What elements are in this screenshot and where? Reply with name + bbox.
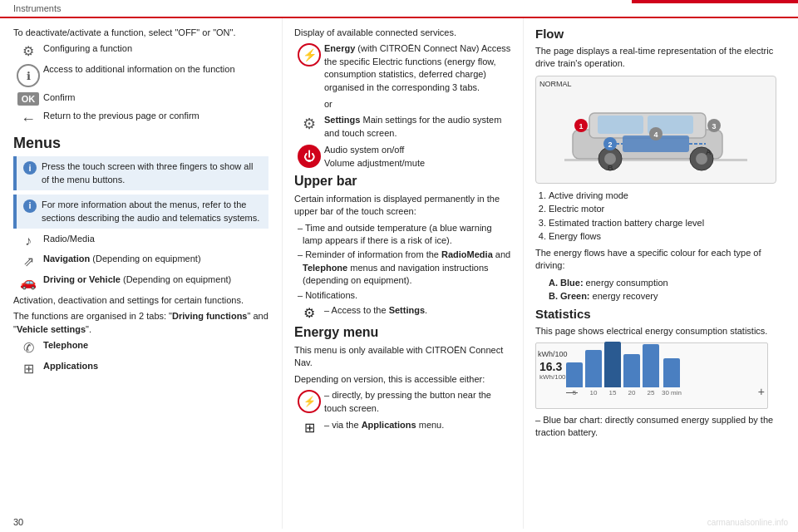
chart-bar-3: 20 xyxy=(623,354,640,397)
middle-column: Display of available connected services.… xyxy=(283,18,524,529)
list-item-3: Estimated traction battery charge level xyxy=(549,216,786,230)
info-icon: ℹ xyxy=(13,64,43,87)
flow-text: The page displays a real-time representa… xyxy=(535,45,786,71)
gear-label: Configuring a function xyxy=(43,42,132,55)
car-icon: 🚗 xyxy=(13,274,43,290)
audio-text: Audio system on/offVolume adjustment/mut… xyxy=(324,144,425,170)
telephone-label: Telephone xyxy=(43,339,88,352)
energy-menu-text2: Depending on version, this is accessible… xyxy=(294,373,511,386)
svg-text:2: 2 xyxy=(608,140,612,149)
icon-row-ok: OK Confirm xyxy=(13,91,268,106)
svg-rect-3 xyxy=(598,116,643,134)
normal-label: NORMAL xyxy=(539,80,572,88)
info-box-text-2: For more information about the menus, re… xyxy=(42,199,262,224)
music-icon: ♪ xyxy=(13,234,43,249)
energy-menu-text1: This menu is only available with CITROËN… xyxy=(294,344,511,370)
svg-point-6 xyxy=(604,153,616,165)
svg-text:4: 4 xyxy=(653,131,658,139)
right-column: Flow The page displays a real-time repre… xyxy=(524,18,798,529)
icon-row-gear: ⚙ Configuring a function xyxy=(13,42,268,59)
or-text: or xyxy=(324,98,511,111)
svg-text:A: A xyxy=(706,148,712,156)
header-title: Instruments xyxy=(13,3,61,13)
chart-minus: — xyxy=(566,385,578,398)
directly-icon: ⚡ xyxy=(294,390,324,413)
chart-value: 16.3 xyxy=(539,360,562,373)
settings-icon: ⚙ xyxy=(294,115,324,133)
menu-item-telephone: ✆ Telephone xyxy=(13,339,268,356)
bar-rect-3 xyxy=(623,354,640,387)
svg-text:3: 3 xyxy=(712,122,716,131)
chart-unit: kWh/100 xyxy=(539,373,566,381)
grid-icon: ⊞ xyxy=(13,361,43,377)
icon-row-back: ← Return to the previous page or confirm xyxy=(13,110,268,128)
upper-bar-section-title: Upper bar xyxy=(294,174,511,189)
audio-row: ⏻ Audio system on/offVolume adjustment/m… xyxy=(294,144,511,170)
info-box-icon-1: i xyxy=(23,161,37,175)
directly-text: – directly, by pressing the button near … xyxy=(324,389,511,415)
menu-item-applications: ⊞ Applications xyxy=(13,360,268,377)
tabs-text: The functions are organised in 2 tabs: "… xyxy=(13,310,268,336)
display-text: Display of available connected services. xyxy=(294,27,511,39)
info-box-1: i Press the touch screen with three fing… xyxy=(13,156,268,190)
energy-chart: kWh/100 16.3 kWh/100 — 5 10 15 20 xyxy=(535,342,768,409)
bar-rect-2 xyxy=(604,342,621,387)
car-svg: 1 2 3 4 A B xyxy=(548,84,764,175)
driving-label: Driving or Vehicle (Depending on equipme… xyxy=(43,273,231,286)
bar-rect-4 xyxy=(643,344,659,387)
list-item-b: B. Green: energy recovery xyxy=(549,289,786,303)
settings-access-icon: ⚙ xyxy=(294,305,324,321)
info-box-2: i For more information about the menus, … xyxy=(13,195,268,229)
chart-bar-2: 15 xyxy=(604,342,621,397)
watermark: carmanualsonline.info xyxy=(707,518,788,527)
menu-item-nav: ⇗ Navigation (Depending on equipment) xyxy=(13,253,268,269)
car-diagram: NORMAL xyxy=(535,76,776,184)
bar-label-5: 30 min xyxy=(662,389,682,397)
flow-note: The energy flows have a specific colour … xyxy=(535,247,786,273)
energy-row: ⚡ Energy (with CITROËN Connect Nav) Acce… xyxy=(294,42,511,94)
chart-bar-1: 10 xyxy=(585,350,602,397)
energy-menu-title: Energy menu xyxy=(294,325,511,340)
dash-item-3: – Notifications. xyxy=(294,289,511,302)
list-item-2: Electric motor xyxy=(549,202,786,216)
applications-label: Applications xyxy=(43,360,98,372)
chart-plus: + xyxy=(758,385,765,398)
bar-label-1: 10 xyxy=(590,389,598,397)
nav-label: Navigation (Depending on equipment) xyxy=(43,253,201,265)
settings-access-row: ⚙ – Access to the Settings. xyxy=(294,304,511,321)
bar-rect-5 xyxy=(663,358,680,387)
dash-item-1: – Time and outside temperature (a blue w… xyxy=(294,222,511,248)
icon-row-info: ℹ Access to additional information on th… xyxy=(13,63,268,87)
lightning-icon: ⚡ xyxy=(294,43,324,66)
back-label: Return to the previous page or confirm xyxy=(43,110,200,122)
energy-text: Energy (with CITROËN Connect Nav) Access… xyxy=(324,42,511,94)
grid-icon-2: ⊞ xyxy=(294,420,324,436)
chart-y-label: kWh/100 xyxy=(538,350,563,358)
via-text: – via the Applications menu. xyxy=(324,419,444,431)
menu-item-driving: 🚗 Driving or Vehicle (Depending on equip… xyxy=(13,273,268,290)
phone-icon: ✆ xyxy=(13,340,43,356)
numbered-list: Active driving mode Electric motor Estim… xyxy=(549,189,786,244)
bar-label-2: 15 xyxy=(609,389,617,397)
gear-icon: ⚙ xyxy=(13,43,43,59)
power-icon: ⏻ xyxy=(294,145,324,168)
via-row: ⊞ – via the Applications menu. xyxy=(294,419,511,436)
back-arrow-icon: ← xyxy=(13,111,43,128)
chart-bar-5: 30 min xyxy=(662,358,682,397)
list-item-4: Energy flows xyxy=(549,229,786,244)
header: Instruments xyxy=(0,0,798,18)
menu-item-radio: ♪ Radio/Media xyxy=(13,233,268,249)
ok-label: Confirm xyxy=(43,91,76,104)
bar-label-4: 25 xyxy=(648,389,655,397)
intro-text: To deactivate/activate a function, selec… xyxy=(13,27,268,39)
dash-item-2: – Reminder of information from the Radio… xyxy=(294,249,511,287)
left-column: To deactivate/activate a function, selec… xyxy=(0,18,283,529)
svg-text:1: 1 xyxy=(579,122,583,131)
flow-section-title: Flow xyxy=(535,27,786,41)
nav-icon: ⇗ xyxy=(13,254,43,269)
ok-icon: OK xyxy=(13,92,43,106)
settings-text: Settings Main settings for the audio sys… xyxy=(324,114,511,140)
info-label: Access to additional information on the … xyxy=(43,63,235,76)
list-item-a: A. Blue: energy consumption xyxy=(549,276,786,290)
info-box-text-1: Press the touch screen with three finger… xyxy=(42,160,262,186)
